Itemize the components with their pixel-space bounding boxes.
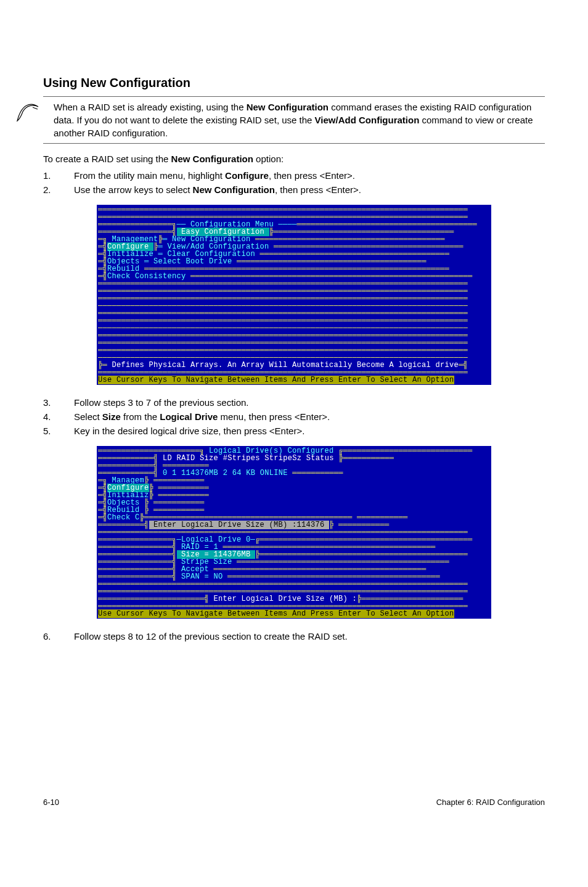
step-number: 2. (43, 183, 74, 196)
bios-screenshot-2: ══════════════════════╗ Logical Drive(s)… (97, 446, 491, 619)
intro-line: To create a RAID set using the New Confi… (43, 152, 545, 165)
row-stripesz: 64 (232, 469, 242, 477)
step-5: 5. Key in the desired logical drive size… (43, 424, 545, 437)
step-1: 1. From the utility main menu, highlight… (43, 169, 545, 182)
step-number: 3. (43, 396, 74, 409)
note-bold-2: View/Add Configuration (315, 115, 420, 125)
step-number: 4. (43, 410, 74, 423)
step-text: Key in the desired logical drive size, t… (74, 424, 545, 437)
step-3: 3. Follow steps 3 to 7 of the previous s… (43, 396, 545, 409)
col-stripes: #Stripes (223, 454, 260, 463)
row-status: ONLINE (260, 469, 288, 477)
intro-bold: New Configuration (171, 154, 253, 164)
step-text: Follow steps 8 to 12 of the previous sec… (74, 630, 545, 643)
page-footer: 6-10 Chapter 6: RAID Configuration (43, 797, 545, 808)
step4-pre: Select (74, 411, 102, 422)
step-text: Use the arrow keys to select New Configu… (74, 183, 545, 196)
nav-help-line-2: Use Cursor Keys To Navigate Between Item… (98, 609, 454, 618)
note-bold-1: New Configuration (247, 102, 329, 112)
step1-bold: Configure (225, 170, 269, 181)
step-text: Select Size from the Logical Drive menu,… (74, 410, 545, 423)
row-stripes: 2 (223, 469, 228, 477)
steps-list-3: 6. Follow steps 8 to 12 of the previous … (43, 630, 545, 643)
chapter-title: Chapter 6: RAID Configuration (436, 797, 545, 808)
steps-list-2: 3. Follow steps 3 to 7 of the previous s… (43, 396, 545, 437)
step4-b2: Logical Drive (160, 411, 218, 422)
step4-mid: from the (121, 411, 160, 422)
note-box: When a RAID set is already existing, usi… (43, 96, 545, 144)
step-6: 6. Follow steps 8 to 12 of the previous … (43, 630, 545, 643)
step2-mid: , then press <Enter>. (275, 184, 361, 195)
step-text: Follow steps 3 to 7 of the previous sect… (74, 396, 545, 409)
step-4: 4. Select Size from the Logical Drive me… (43, 410, 545, 423)
step1-mid: , then press <Enter>. (269, 170, 355, 181)
note-text: When a RAID set is already existing, usi… (51, 101, 545, 139)
page-number: 6-10 (43, 797, 59, 808)
note-icon (15, 101, 40, 123)
intro-pre: To create a RAID set using the (43, 154, 171, 164)
bios-screenshot-1: ════════════════════════════════════════… (97, 205, 491, 385)
step-number: 6. (43, 630, 74, 643)
step-number: 1. (43, 169, 74, 182)
row-unit: KB (246, 469, 255, 477)
intro-post: option: (253, 154, 284, 164)
col-stripesz: StripeSz (264, 454, 301, 463)
heading-using-new-configuration: Using New Configuration (43, 74, 545, 91)
step2-pre: Use the arrow keys to select (74, 184, 193, 195)
step-number: 5. (43, 424, 74, 437)
step4-post: menu, then press <Enter>. (218, 411, 330, 422)
step1-pre: From the utility main menu, highlight (74, 170, 225, 181)
nav-help-line: Use Cursor Keys To Navigate Between Item… (98, 376, 454, 384)
note-text-a: When a RAID set is already existing, usi… (54, 102, 247, 112)
step4-b1: Size (102, 411, 121, 422)
steps-list-1: 1. From the utility main menu, highlight… (43, 169, 545, 196)
step-text: From the utility main menu, highlight Co… (74, 169, 545, 182)
col-status: Status (306, 454, 334, 463)
step2-bold: New Configuration (193, 184, 275, 195)
step-2: 2. Use the arrow keys to select New Conf… (43, 183, 545, 196)
